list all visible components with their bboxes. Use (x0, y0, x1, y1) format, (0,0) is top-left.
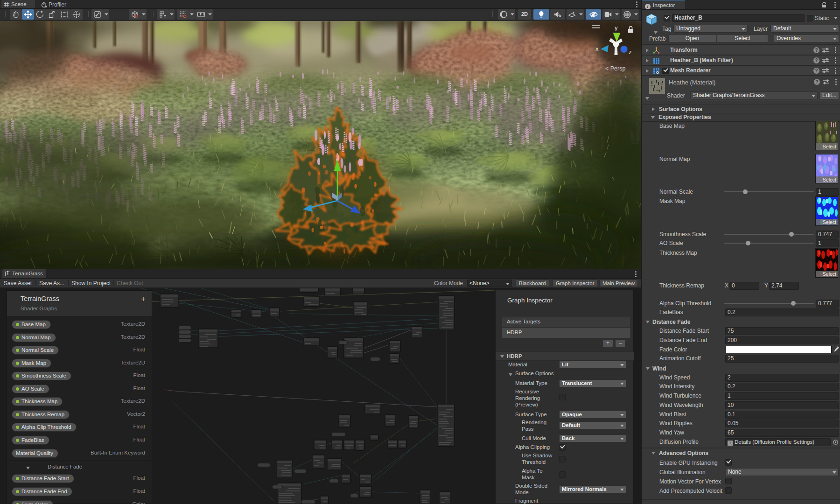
svg-text:y: y (615, 24, 618, 31)
svg-text:< Persp: < Persp (605, 65, 625, 72)
svg-text:z: z (629, 49, 632, 56)
svg-text:x: x (595, 45, 599, 52)
